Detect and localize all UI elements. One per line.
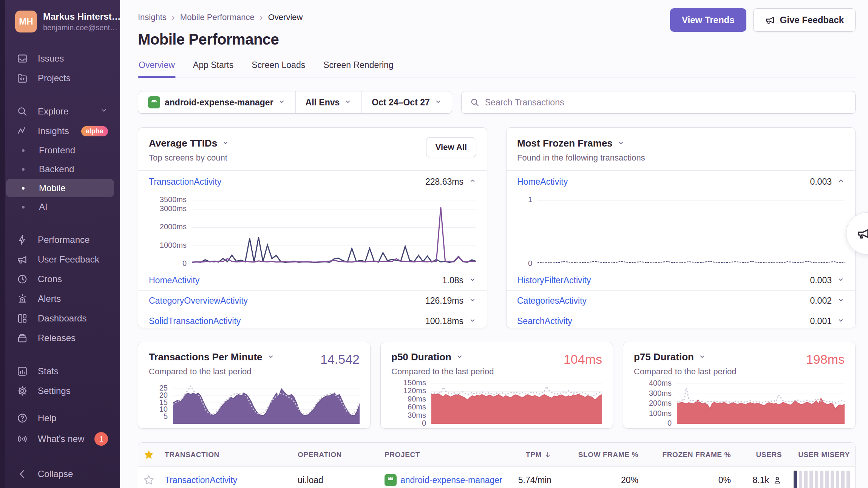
transaction-link[interactable]: TransactionActivity xyxy=(149,177,221,187)
chevron-down-icon[interactable] xyxy=(267,353,275,362)
transaction-link[interactable]: CategoryOverviewActivity xyxy=(149,296,248,306)
sidebar-item-label: User Feedback xyxy=(38,254,99,265)
issues-icon xyxy=(17,53,28,64)
project-link[interactable]: android-expense-manager xyxy=(400,475,502,485)
tpm-chart: 252015105 xyxy=(149,377,360,424)
sidebar-item-performance[interactable]: Performance xyxy=(6,230,114,249)
transaction-link[interactable]: CategoriesActivity xyxy=(517,296,587,306)
tab-screen-loads[interactable]: Screen Loads xyxy=(251,60,306,77)
chevron-down-icon[interactable] xyxy=(456,353,463,362)
p50-value: 104ms xyxy=(564,352,602,367)
transaction-link[interactable]: SolidTransactionActivity xyxy=(149,316,241,326)
view-all-button[interactable]: View All xyxy=(426,137,476,157)
chevron-up-icon[interactable] xyxy=(469,177,476,187)
ttid-value: 228.63ms xyxy=(425,177,463,187)
tab-overview[interactable]: Overview xyxy=(138,60,176,77)
star-header[interactable] xyxy=(138,449,159,460)
project-cell: android-expense-manager xyxy=(379,474,508,486)
chevron-down-icon[interactable] xyxy=(837,275,845,286)
sidebar-item-user-feedback[interactable]: User Feedback xyxy=(6,250,114,269)
chevron-down-icon[interactable] xyxy=(222,139,229,148)
sidebar-item-projects[interactable]: Projects xyxy=(6,69,114,88)
frozen-row: CategoriesActivity 0.002 xyxy=(507,290,855,311)
frozen-row: SearchActivity 0.001 xyxy=(507,311,855,331)
sidebar-item-label: Dashboards xyxy=(38,313,86,324)
help-icon xyxy=(17,412,28,424)
megaphone-icon xyxy=(17,254,28,265)
chevron-down-icon[interactable] xyxy=(469,316,476,326)
date-range-filter[interactable]: Oct 24–Oct 27 xyxy=(361,91,451,113)
sidebar-item-label: Releases xyxy=(38,333,76,343)
breadcrumb-insights[interactable]: Insights xyxy=(138,12,167,22)
give-feedback-button[interactable]: Give Feedback xyxy=(753,8,856,32)
project-filter[interactable]: android-expense-manager xyxy=(138,91,295,113)
chevron-down-icon xyxy=(434,97,442,108)
sidebar-item-crons[interactable]: Crons xyxy=(6,270,114,289)
avatar: MH xyxy=(15,11,37,32)
chevron-up-icon[interactable] xyxy=(837,177,845,187)
sidebar-item-help[interactable]: Help xyxy=(6,409,114,428)
frozen-value: 0.001 xyxy=(810,316,832,326)
chevron-down-icon[interactable] xyxy=(837,316,845,326)
sidebar-item-issues[interactable]: Issues xyxy=(6,49,114,68)
bullet-icon xyxy=(22,149,25,152)
chevron-down-icon[interactable] xyxy=(698,353,706,362)
sidebar-item-dashboards[interactable]: Dashboards xyxy=(6,309,114,328)
column-header-operation[interactable]: OPERATION xyxy=(292,451,379,459)
sidebar-item-alerts[interactable]: Alerts xyxy=(6,289,114,308)
column-header-tpm[interactable]: TPM xyxy=(508,451,557,459)
column-header-user-misery[interactable]: USER MISERY xyxy=(787,451,855,459)
view-trends-button[interactable]: View Trends xyxy=(670,8,746,32)
sidebar-collapse-button[interactable]: Collapse xyxy=(6,465,114,483)
sidebar-item-insights[interactable]: Insights alpha xyxy=(6,122,114,141)
star-outline-icon xyxy=(143,474,154,486)
sidebar-item-ai[interactable]: AI xyxy=(6,198,114,216)
chevron-down-icon[interactable] xyxy=(617,139,625,148)
star-toggle[interactable] xyxy=(138,474,159,486)
give-feedback-label: Give Feedback xyxy=(780,15,844,25)
p75-chart: 400ms300ms200ms100ms0 xyxy=(634,377,845,424)
card-subtitle: Top screens by count xyxy=(149,153,229,163)
transaction-link[interactable]: HomeActivity xyxy=(149,275,199,286)
average-ttids-card: Average TTIDs Top screens by count View … xyxy=(138,127,487,328)
chevron-down-icon[interactable] xyxy=(837,296,845,306)
sidebar-item-explore[interactable]: Explore xyxy=(6,102,114,121)
breadcrumb-overview: Overview xyxy=(268,12,303,22)
transaction-link[interactable]: TransactionActivity xyxy=(165,475,237,485)
breadcrumb-mobile-performance[interactable]: Mobile Performance xyxy=(180,12,255,22)
tab-screen-rendering[interactable]: Screen Rendering xyxy=(323,60,394,77)
chart-plot xyxy=(677,382,845,424)
ttid-value: 1.08s xyxy=(442,275,463,286)
sidebar: MH Markus Hinterst… benjamin.coe@sent… I… xyxy=(0,0,120,488)
ttid-row: SolidTransactionActivity 100.18ms xyxy=(138,311,487,331)
sidebar-item-whats-new[interactable]: What's new 1 xyxy=(6,428,114,449)
user-email: benjamin.coe@sent… xyxy=(43,23,120,32)
sidebar-item-frontend[interactable]: Frontend xyxy=(6,141,114,159)
search-transactions-input[interactable] xyxy=(485,97,847,108)
sidebar-item-label: AI xyxy=(39,202,48,212)
bar-chart-icon xyxy=(17,366,28,377)
sidebar-item-settings[interactable]: Settings xyxy=(6,381,114,400)
sidebar-item-label: Performance xyxy=(38,235,90,245)
most-frozen-frames-card: Most Frozen Frames Found in the followin… xyxy=(506,127,856,328)
sort-descending-icon xyxy=(544,451,551,459)
environment-filter[interactable]: All Envs xyxy=(295,91,362,113)
column-header-frozen-frame[interactable]: FROZEN FRAME % xyxy=(644,451,736,459)
column-header-project[interactable]: PROJECT xyxy=(379,451,508,459)
tab-app-starts[interactable]: App Starts xyxy=(192,60,234,77)
user-menu[interactable]: MH Markus Hinterst… benjamin.coe@sent… xyxy=(5,8,120,36)
column-header-transaction[interactable]: TRANSACTION xyxy=(159,451,292,459)
sidebar-item-label: Mobile xyxy=(39,183,66,193)
chevron-down-icon[interactable] xyxy=(469,296,476,306)
transaction-link[interactable]: HistoryFilterActivity xyxy=(517,275,591,286)
column-header-users[interactable]: USERS xyxy=(736,451,787,459)
chevron-down-icon[interactable] xyxy=(469,275,476,286)
sidebar-item-mobile[interactable]: Mobile xyxy=(6,179,114,197)
sidebar-item-stats[interactable]: Stats xyxy=(6,362,114,381)
table-header-row: TRANSACTION OPERATION PROJECT TPM SLOW F… xyxy=(138,443,855,467)
transaction-link[interactable]: HomeActivity xyxy=(517,177,568,187)
sidebar-item-releases[interactable]: Releases xyxy=(6,329,114,347)
sidebar-item-backend[interactable]: Backend xyxy=(6,160,114,178)
column-header-slow-frame[interactable]: SLOW FRAME % xyxy=(557,451,644,459)
transaction-link[interactable]: SearchActivity xyxy=(517,316,572,326)
